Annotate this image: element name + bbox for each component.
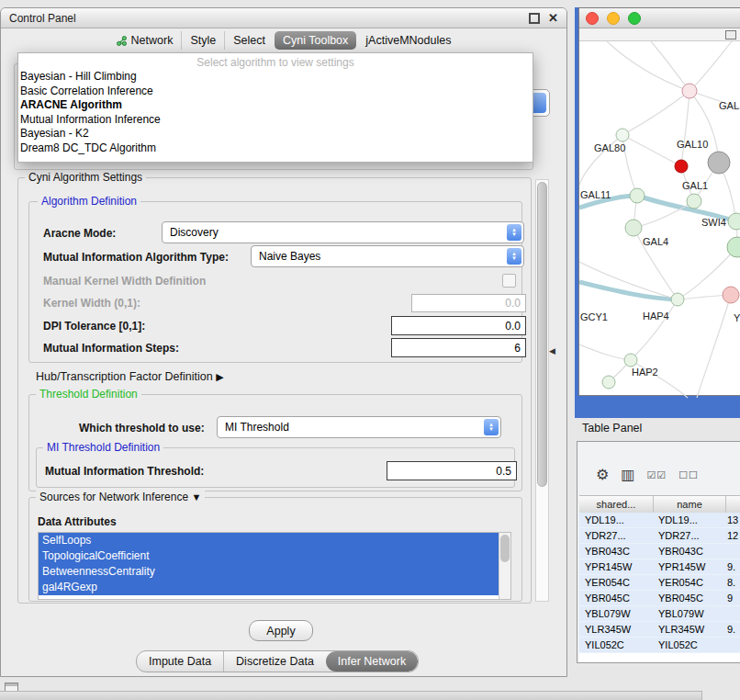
algorithm-dropdown-placeholder: Select algorithm to view settings [18,55,533,70]
data-attribute-item[interactable]: gal4RGexp [39,580,499,595]
table-row[interactable]: YBR045CYBR045C9 [579,591,740,606]
table-row[interactable]: YIL052CYIL052C [579,638,740,653]
table-row[interactable]: YBR043CYBR043C [579,544,740,559]
network-node[interactable] [624,354,637,367]
control-panel-titlebar[interactable]: Control Panel ✕ [1,8,566,28]
tab-cyni-toolbox[interactable]: Cyni Toolbox [275,31,356,50]
attributes-scrollbar[interactable] [499,533,510,599]
table-cell: YPR145W [579,559,653,574]
mi-threshold-field[interactable]: 0.5 [387,461,517,480]
tab-style[interactable]: Style [181,31,224,50]
network-edge[interactable] [622,91,690,135]
aracne-mode-combobox[interactable]: Discovery ▲▼ [162,221,524,243]
tab-jactivemnodules[interactable]: jActiveMNodules [357,31,459,50]
network-node[interactable] [723,287,739,303]
table-header-row: shared... name [579,495,740,514]
tab-discretize-data[interactable]: Discretize Data [223,651,326,672]
network-node[interactable] [728,213,740,230]
which-threshold-combobox[interactable]: MI Threshold ▲▼ [217,416,501,438]
algorithm-option[interactable]: Dream8 DC_TDC Algorithm [18,141,533,156]
network-edge[interactable] [697,295,731,398]
network-node[interactable] [616,129,629,141]
table-row[interactable]: YBL079WYBL079W [579,606,740,622]
tab-network[interactable]: Network [108,31,182,50]
network-edge[interactable] [579,344,631,360]
column-header-partial[interactable] [726,496,740,513]
data-attribute-item[interactable]: BetweennessCentrality [39,564,499,580]
close-icon[interactable]: ✕ [548,12,558,24]
settings-scrollbar-thumb[interactable] [537,182,547,487]
mi-threshold-label: Mutual Information Threshold: [45,465,204,478]
network-node[interactable] [602,376,615,389]
network-node[interactable] [625,220,642,236]
network-node[interactable] [727,237,740,257]
network-node-label: GAL4 [643,236,668,247]
sources-section[interactable]: Sources for Network Inference ▼ [36,491,205,503]
collapse-down-icon[interactable]: ▼ [191,491,201,502]
network-edge[interactable] [607,41,690,91]
network-window-titlebar[interactable] [579,8,740,28]
table-row[interactable]: YPR145WYPR145W9. [579,559,740,575]
table-cell: YPR145W [653,559,724,574]
network-edge[interactable] [622,135,681,166]
control-panel-tabbar: Network Style Select Cyni Toolbox jActiv… [1,28,566,52]
zoom-traffic-light-icon[interactable] [628,12,641,25]
network-node[interactable] [708,152,730,174]
dpi-tolerance-value: 0.0 [505,320,521,333]
network-node[interactable] [671,293,684,306]
table-panel-title: Table Panel [582,422,642,435]
network-edge[interactable] [631,299,678,360]
algorithm-dropdown: Select algorithm to view settings Bayesi… [17,52,533,163]
dpi-tolerance-field[interactable]: 0.0 [391,316,526,335]
data-attributes-list: SelfLoopsTopologicalCoefficientBetweenne… [39,533,499,595]
table-settings-gear-icon[interactable]: ⚙ [596,468,609,482]
algorithm-option[interactable]: ARACNE Algorithm [18,98,533,113]
column-header-shared-name[interactable]: shared... [579,496,654,513]
network-edge[interactable] [681,91,690,166]
minimize-traffic-light-icon[interactable] [607,12,620,25]
data-attribute-item[interactable]: SelfLoops [39,533,499,548]
column-header-name[interactable]: name [654,496,726,513]
tab-network-label: Network [131,34,174,47]
table-cell: 9. [724,559,740,574]
expand-right-icon[interactable]: ▶ [216,371,223,382]
network-edge[interactable] [690,91,719,163]
tab-impute-data[interactable]: Impute Data [137,651,223,672]
threshold-definition-title: Threshold Definition [36,388,141,401]
network-node[interactable] [675,160,688,173]
hub-transcription-section[interactable]: Hub/Transcription Factor Definition ▶ [36,370,224,383]
table-row[interactable]: YER054CYER054C8. [579,575,740,591]
algorithm-option[interactable]: Basic Correlation Inference [18,85,533,99]
mi-algorithm-type-combobox[interactable]: Naive Bayes ▲▼ [251,245,524,267]
float-window-icon[interactable] [529,13,540,24]
apply-button[interactable]: Apply [249,620,313,641]
algorithm-option[interactable]: Mutual Information Inference [18,113,533,128]
gridmode-icon[interactable] [725,30,736,40]
show-columns-icon[interactable]: ▥ [621,468,634,482]
mi-steps-field[interactable]: 6 [391,338,526,357]
table-row[interactable]: YDR27...YDR27...12 [579,528,740,544]
table-row[interactable]: YLR345WYLR345W9. [579,622,740,638]
algorithm-option[interactable]: Bayesian - K2 [18,127,533,141]
network-edge[interactable] [579,282,678,299]
panel-collapse-left-icon[interactable]: ◀ [549,346,555,356]
attributes-scrollbar-thumb[interactable] [500,535,510,562]
deselect-all-icon[interactable]: ☐☐ [678,470,699,480]
close-traffic-light-icon[interactable] [586,12,599,25]
manual-kernel-width-checkbox[interactable] [502,274,516,288]
tab-select[interactable]: Select [224,31,274,50]
network-desktop: GAL80GAL10GALGAL11GAL1SWI4GAL4GCY1HAP4YH… [575,7,740,418]
settings-scrollbar[interactable] [535,179,549,602]
table-panel-window: ⚙ ▥ ☑☑ ☐☐ shared... name YDL19...YDL19..… [577,441,740,663]
network-node[interactable] [630,188,645,203]
network-edge[interactable] [690,41,732,91]
select-all-icon[interactable]: ☑☑ [646,470,667,480]
tab-infer-network[interactable]: Infer Network [326,651,418,672]
network-canvas[interactable]: GAL80GAL10GALGAL11GAL1SWI4GAL4GCY1HAP4YH… [579,41,740,395]
kernel-width-field[interactable]: 0.0 [411,294,526,312]
network-node[interactable] [682,84,697,98]
algorithm-option[interactable]: Bayesian - Hill Climbing [18,70,533,85]
data-attribute-item[interactable]: TopologicalCoefficient [39,548,499,564]
network-node[interactable] [687,194,701,209]
table-row[interactable]: YDL19...YDL19...13 [579,513,740,528]
